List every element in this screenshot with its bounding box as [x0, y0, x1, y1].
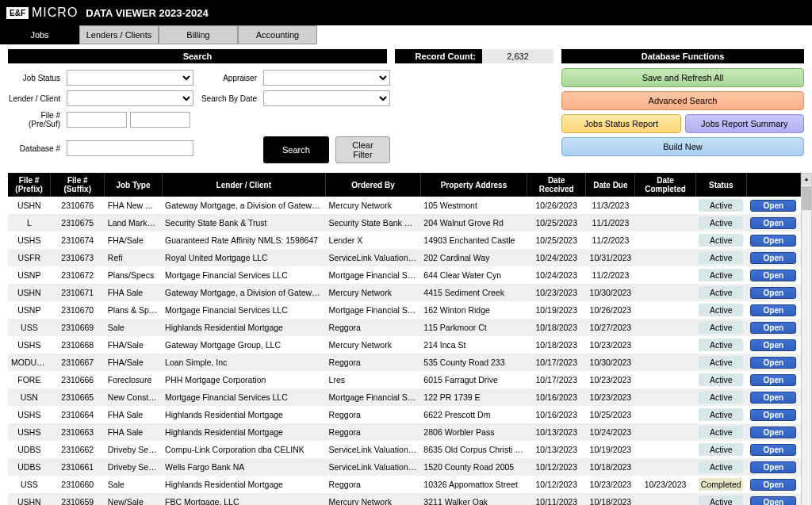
col-header[interactable]: File # (Suffix) [51, 173, 105, 197]
table-row[interactable]: USHS2310664FHA SaleHighlands Residential… [8, 406, 801, 423]
cell: 11/1/2023 [586, 214, 635, 231]
cell: 10/26/2023 [527, 197, 586, 214]
cell: Mercury Network [326, 493, 421, 505]
open-button[interactable]: Open [750, 444, 796, 456]
cell: 10/27/2023 [586, 319, 635, 336]
cell: USHS [8, 336, 51, 354]
table-row[interactable]: USS2310669SaleHighlands Residential Mort… [8, 319, 801, 336]
cell [635, 231, 695, 249]
table-row[interactable]: USFR2310673RefiRoyal United Mortgage LLC… [8, 249, 801, 266]
open-button[interactable]: Open [750, 409, 796, 421]
jobs-report-summary-button[interactable]: Jobs Report Summary [685, 114, 805, 133]
status-badge: Active [699, 443, 743, 456]
cell [635, 441, 695, 458]
cell: Mercury Network [326, 284, 421, 301]
table-row[interactable]: USHS2310674FHA/SaleGuaranteed Rate Affin… [8, 231, 801, 249]
table-row[interactable]: USN2310665New ConstructioMortgage Financ… [8, 388, 801, 406]
tab-accounting[interactable]: Accounting [238, 25, 317, 44]
open-button[interactable]: Open [750, 322, 796, 334]
cell: 10/25/2023 [586, 406, 635, 423]
table-row[interactable]: USHS2310668FHA/SaleGateway Mortgage Grou… [8, 336, 801, 354]
jobs-status-report-button[interactable]: Jobs Status Report [561, 114, 681, 133]
open-button[interactable]: Open [750, 270, 796, 281]
table-row[interactable]: USHS2310663FHA SaleHighlands Residential… [8, 423, 801, 441]
tab-jobs[interactable]: Jobs [0, 25, 79, 44]
cell: Wells Fargo Bank NA [162, 458, 326, 476]
scroll-up-icon[interactable]: ▴ [802, 174, 811, 185]
status-badge: Active [699, 321, 743, 334]
cell: 10/13/2023 [527, 423, 586, 441]
lender-client-select[interactable] [67, 90, 193, 106]
open-button[interactable]: Open [750, 217, 796, 229]
col-header[interactable]: Status [695, 173, 746, 197]
label-appraiser: Appraiser [197, 74, 260, 82]
scroll-thumb[interactable] [802, 186, 811, 210]
open-button[interactable]: Open [750, 461, 796, 473]
table-row[interactable]: FORE2310666ForeclosurePHH Mortgage Corpo… [8, 371, 801, 388]
table-row[interactable]: MODULAR2310667FHA/SaleLoan Simple, IncRe… [8, 354, 801, 371]
cell: 2310676 [51, 197, 105, 214]
open-button[interactable]: Open [750, 427, 796, 438]
search-by-date-select[interactable] [263, 90, 390, 106]
search-button[interactable]: Search [263, 136, 329, 163]
advanced-search-button[interactable]: Advanced Search [561, 91, 804, 110]
open-button[interactable]: Open [750, 252, 796, 264]
open-button[interactable]: Open [750, 357, 796, 369]
open-button[interactable]: Open [750, 200, 796, 212]
clear-filter-button[interactable]: Clear Filter [335, 136, 390, 163]
job-status-select[interactable] [67, 70, 193, 86]
file-suffix-input[interactable] [130, 112, 190, 128]
tab-billing[interactable]: Billing [159, 25, 238, 44]
table-row[interactable]: USNP2310670Plans & SpecsMortgage Financi… [8, 301, 801, 319]
status-badge: Completed [699, 478, 743, 491]
table-row[interactable]: USNP2310672Plans/SpecsMortgage Financial… [8, 266, 801, 284]
cell [635, 406, 695, 423]
cell: Loan Simple, Inc [162, 354, 326, 371]
cell: ServiceLink Valuation Solu [326, 441, 421, 458]
col-header[interactable]: Date Received [527, 173, 586, 197]
open-button[interactable]: Open [750, 304, 796, 316]
table-row[interactable]: USS2310660SaleHighlands Residential Mort… [8, 476, 801, 493]
cell: UDBS [8, 458, 51, 476]
col-header[interactable] [746, 173, 800, 197]
open-button[interactable]: Open [750, 287, 796, 299]
cell: 11/2/2023 [586, 231, 635, 249]
database-num-input[interactable] [67, 140, 193, 156]
file-prefix-input[interactable] [67, 112, 127, 128]
cell: 10/17/2023 [527, 354, 586, 371]
cell: Land Market Val [105, 214, 162, 231]
save-refresh-button[interactable]: Save and Refresh All [561, 68, 804, 87]
col-header[interactable]: Date Completed [635, 173, 695, 197]
appraiser-select[interactable] [263, 70, 390, 86]
cell: Highlands Residential Mortgage [162, 406, 326, 423]
cell: 2310670 [51, 301, 105, 319]
table-row[interactable]: USHN2310671FHA SaleGateway Mortgage, a D… [8, 284, 801, 301]
col-header[interactable]: Property Address [420, 173, 527, 197]
col-header[interactable]: Date Due [586, 173, 635, 197]
table-row[interactable]: USHN2310676FHA New SaleGateway Mortgage,… [8, 197, 801, 214]
open-button[interactable]: Open [750, 496, 796, 506]
cell: USHS [8, 231, 51, 249]
build-new-button[interactable]: Build New [561, 137, 804, 156]
open-button[interactable]: Open [750, 235, 796, 247]
cell: 10/26/2023 [586, 301, 635, 319]
cell: Lres [326, 371, 421, 388]
col-header[interactable]: Ordered By [326, 173, 421, 197]
open-button[interactable]: Open [750, 392, 796, 404]
open-button[interactable]: Open [750, 374, 796, 386]
cell: USNP [8, 266, 51, 284]
table-row[interactable]: UDBS2310662Driveby ServicingCompu-Link C… [8, 441, 801, 458]
col-header[interactable]: Lender / Client [162, 173, 326, 197]
col-header[interactable]: Job Type [105, 173, 162, 197]
open-button[interactable]: Open [750, 339, 796, 351]
table-row[interactable]: L2310675Land Market ValSecurity State Ba… [8, 214, 801, 231]
tab-lenders-clients[interactable]: Lenders / Clients [79, 25, 159, 44]
table-row[interactable]: USHN2310659New/SaleFBC Mortgage, LLCMerc… [8, 493, 801, 505]
col-header[interactable]: File # (Prefix) [8, 173, 51, 197]
cell: 10/19/2023 [586, 441, 635, 458]
status-badge: Active [699, 408, 743, 421]
vertical-scrollbar[interactable]: ▴ [801, 173, 812, 505]
cell [635, 493, 695, 505]
table-row[interactable]: UDBS2310661Driveby ServicingWells Fargo … [8, 458, 801, 476]
open-button[interactable]: Open [750, 479, 796, 491]
